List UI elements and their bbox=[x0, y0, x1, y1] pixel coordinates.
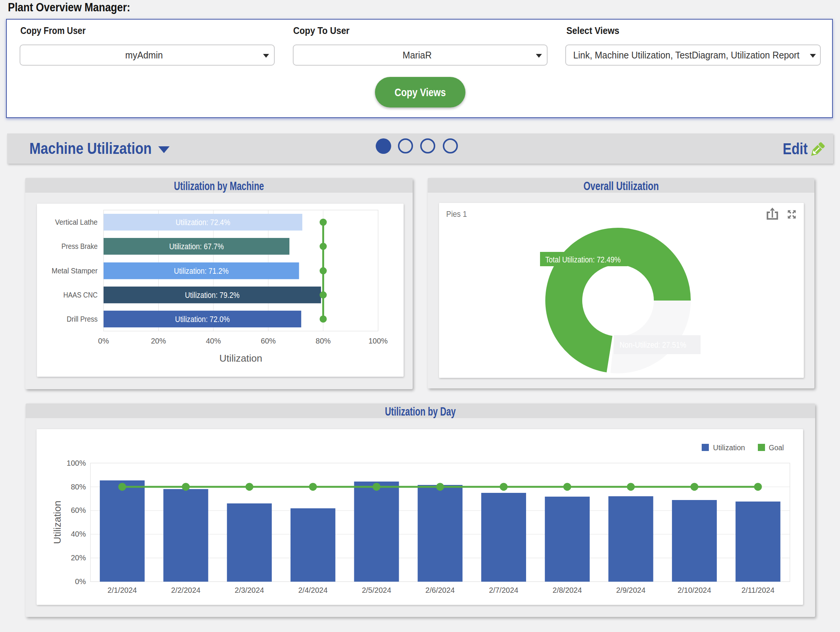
svg-text:80%: 80% bbox=[316, 337, 331, 345]
svg-text:0%: 0% bbox=[98, 337, 109, 345]
svg-text:Utilization: Utilization bbox=[219, 353, 262, 364]
svg-text:Pies 1: Pies 1 bbox=[446, 209, 467, 219]
svg-text:20%: 20% bbox=[151, 337, 166, 345]
svg-text:2/1/2024: 2/1/2024 bbox=[107, 586, 137, 594]
svg-text:2/11/2024: 2/11/2024 bbox=[742, 586, 775, 594]
svg-text:20%: 20% bbox=[71, 554, 86, 562]
svg-text:60%: 60% bbox=[71, 506, 86, 514]
svg-text:Non-Utilized: 27.51%: Non-Utilized: 27.51% bbox=[619, 340, 686, 350]
svg-text:2/10/2024: 2/10/2024 bbox=[677, 586, 711, 594]
svg-text:Utilization: Utilization bbox=[713, 444, 745, 452]
svg-text:40%: 40% bbox=[71, 530, 86, 538]
svg-text:60%: 60% bbox=[261, 337, 276, 345]
svg-text:40%: 40% bbox=[206, 337, 221, 345]
svg-text:2/4/2024: 2/4/2024 bbox=[298, 586, 327, 594]
svg-text:100%: 100% bbox=[67, 459, 86, 467]
svg-text:0%: 0% bbox=[75, 577, 86, 586]
svg-text:Utilization: 72.0%: Utilization: 72.0% bbox=[175, 315, 230, 324]
svg-text:2/5/2024: 2/5/2024 bbox=[362, 586, 391, 594]
svg-text:Goal: Goal bbox=[769, 444, 784, 452]
svg-text:Total Utilization: 72.49%: Total Utilization: 72.49% bbox=[545, 255, 621, 265]
svg-text:2/2/2024: 2/2/2024 bbox=[171, 586, 201, 594]
svg-text:2/8/2024: 2/8/2024 bbox=[553, 586, 582, 594]
svg-text:Vertical Lathe: Vertical Lathe bbox=[55, 218, 98, 226]
svg-text:100%: 100% bbox=[369, 337, 388, 345]
svg-text:Utilization: 79.2%: Utilization: 79.2% bbox=[185, 290, 240, 300]
svg-text:2/9/2024: 2/9/2024 bbox=[616, 586, 646, 594]
svg-text:2/6/2024: 2/6/2024 bbox=[425, 586, 455, 594]
svg-text:Utilization: 71.2%: Utilization: 71.2% bbox=[174, 266, 229, 276]
svg-text:80%: 80% bbox=[71, 483, 86, 491]
svg-text:2/7/2024: 2/7/2024 bbox=[489, 586, 519, 594]
svg-text:Drill Press: Drill Press bbox=[67, 315, 98, 323]
svg-text:Utilization: Utilization bbox=[52, 501, 63, 544]
svg-text:Metal Stamper: Metal Stamper bbox=[52, 267, 98, 275]
svg-text:Utilization: 67.7%: Utilization: 67.7% bbox=[169, 242, 224, 251]
svg-text:HAAS CNC: HAAS CNC bbox=[63, 291, 98, 299]
svg-text:Utilization: 72.4%: Utilization: 72.4% bbox=[175, 218, 230, 227]
svg-text:Press Brake: Press Brake bbox=[62, 242, 98, 250]
svg-text:2/3/2024: 2/3/2024 bbox=[235, 586, 264, 594]
